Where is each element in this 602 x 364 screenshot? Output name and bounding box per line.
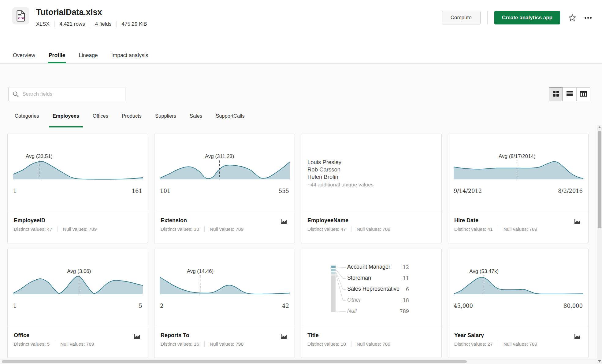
- meta-divider: [117, 21, 117, 27]
- top-value-count: 18: [403, 297, 409, 303]
- list-view-icon: [567, 91, 573, 97]
- card-footer: Hire DateDistinct values: 41Null values:…: [448, 212, 588, 237]
- horizontal-scrollbar: [0, 359, 597, 364]
- sample-value: Louis Presley: [307, 159, 435, 166]
- field-name: Year Salary: [454, 332, 582, 339]
- table-tab-categories[interactable]: Categories: [15, 113, 39, 127]
- favorite-star-icon[interactable]: [568, 14, 576, 22]
- null-values-text: Null values: 789: [504, 226, 537, 232]
- additional-values-note: +44 additional unique values: [307, 182, 435, 188]
- area-chart-icon: [133, 333, 140, 341]
- footer-meta-divider: [204, 341, 205, 347]
- view-toggle-group: [549, 87, 590, 101]
- tab-overview[interactable]: Overview: [13, 52, 35, 63]
- search-fields-box: [8, 87, 125, 101]
- card-footer: Year SalaryDistinct values: 27Null value…: [448, 327, 588, 352]
- distinct-values-text: Distinct values: 16: [161, 341, 199, 347]
- distinct-values-text: Distinct values: 47: [307, 226, 346, 232]
- page-title: TutorialData.xlsx: [36, 7, 147, 17]
- field-name: Hire Date: [454, 217, 582, 224]
- compute-button[interactable]: Compute: [442, 11, 481, 24]
- top-value-label: Storeman: [347, 275, 371, 281]
- card-footer: OfficeDistinct values: 5Null values: 789: [8, 327, 148, 352]
- more-options-icon[interactable]: [585, 17, 592, 19]
- field-card-year-salary[interactable]: Avg (53.47k)45,00080,000Year SalaryDisti…: [448, 249, 589, 358]
- file-meta-1: 4,421 rows: [59, 21, 85, 27]
- card-footer: Reports ToDistinct values: 16Null values…: [154, 327, 295, 352]
- top-value-label: Sales Representative: [347, 286, 399, 292]
- card-chart-area: Avg (3.06)15: [8, 249, 148, 327]
- table-tab-sales[interactable]: Sales: [190, 113, 202, 127]
- card-chart-area: Avg (53.47k)45,00080,000: [448, 249, 588, 327]
- sample-value: Rob Carsson: [307, 166, 435, 173]
- null-values-text: Null values: 790: [210, 341, 243, 347]
- card-chart-area: Account Manager12Storeman11Sales Represe…: [301, 249, 441, 327]
- scroll-down-arrow-icon[interactable]: [598, 360, 601, 362]
- footer-meta-divider: [351, 341, 351, 347]
- footer-meta-divider: [498, 341, 498, 347]
- meta-divider: [90, 21, 90, 27]
- field-name: Office: [14, 332, 142, 339]
- top-value-count: 789: [399, 308, 409, 314]
- field-card-title[interactable]: Account Manager12Storeman11Sales Represe…: [301, 249, 442, 358]
- distinct-values-text: Distinct values: 10: [307, 341, 346, 347]
- axis-min-label: 101: [160, 188, 170, 194]
- null-values-text: Null values: 789: [63, 226, 97, 232]
- axis-min-label: 1: [13, 303, 17, 309]
- distinct-values-text: Distinct values: 47: [14, 226, 52, 232]
- field-card-extension[interactable]: Avg (311.23)101555ExtensionDistinct valu…: [154, 134, 295, 243]
- card-chart-area: Avg (8/17/2014)9/14/20128/2/2016: [448, 134, 588, 212]
- card-chart-area: Avg (14.46)242: [154, 249, 295, 327]
- footer-meta-divider: [351, 226, 351, 232]
- axis-max-label: 8/2/2016: [558, 188, 583, 194]
- actions-divider: [487, 11, 488, 24]
- table-tab-suppliers[interactable]: Suppliers: [155, 113, 176, 127]
- card-chart-area: Avg (33.51)1161: [8, 134, 148, 212]
- area-chart-icon: [574, 219, 581, 226]
- grid-view-toggle[interactable]: [549, 87, 563, 101]
- top-value-label: Other: [347, 297, 361, 303]
- field-card-hire-date[interactable]: Avg (8/17/2014)9/14/20128/2/2016Hire Dat…: [448, 134, 589, 243]
- tab-impact-analysis[interactable]: Impact analysis: [111, 52, 148, 63]
- top-value-label: Account Manager: [347, 264, 390, 270]
- scroll-up-arrow-icon[interactable]: [598, 126, 601, 128]
- axis-max-label: 5: [139, 303, 142, 309]
- area-chart-icon: [574, 333, 581, 341]
- table-tab-supportcalls[interactable]: SupportCalls: [216, 113, 244, 127]
- file-meta-row: XLSX4,421 rows4 fields475.29 KiB: [36, 21, 147, 27]
- sample-values: Louis PresleyRob CarssonHelen Brolin+44 …: [301, 134, 441, 188]
- tab-lineage[interactable]: Lineage: [79, 52, 98, 63]
- distinct-values-text: Distinct values: 5: [14, 341, 50, 347]
- null-values-text: Null values: 789: [357, 226, 390, 232]
- grid-view-icon: [553, 91, 559, 97]
- create-analytics-app-button[interactable]: Create analytics app: [494, 11, 560, 24]
- axis-min-label: 1: [13, 188, 17, 194]
- avg-value-label: Avg (53.47k): [469, 268, 499, 274]
- table-tab-employees[interactable]: Employees: [53, 113, 79, 127]
- card-chart-area: Louis PresleyRob CarssonHelen Brolin+44 …: [301, 134, 441, 212]
- horizontal-scrollbar-thumb[interactable]: [2, 360, 467, 363]
- search-icon: [13, 91, 19, 97]
- vertical-scrollbar-thumb[interactable]: [598, 131, 601, 228]
- table-tab-products[interactable]: Products: [122, 113, 142, 127]
- distinct-values-text: Distinct values: 27: [454, 341, 493, 347]
- field-name: EmployeeID: [14, 217, 142, 224]
- null-values-text: Null values: 789: [210, 226, 243, 232]
- distinct-values-text: Distinct values: 30: [161, 226, 199, 232]
- field-card-employeeid[interactable]: Avg (33.51)1161EmployeeIDDistinct values…: [7, 134, 148, 243]
- card-footer: ExtensionDistinct values: 30Null values:…: [154, 212, 295, 237]
- page-header: XLSX TutorialData.xlsx XLSX4,421 rows4 f…: [0, 0, 602, 64]
- field-card-office[interactable]: Avg (3.06)15OfficeDistinct values: 5Null…: [7, 249, 148, 358]
- field-card-employeename[interactable]: Louis PresleyRob CarssonHelen Brolin+44 …: [301, 134, 442, 243]
- tab-profile[interactable]: Profile: [49, 52, 65, 63]
- field-card-reports-to[interactable]: Avg (14.46)242Reports ToDistinct values:…: [154, 249, 295, 358]
- nav-tabs: OverviewProfileLineageImpact analysis: [13, 52, 148, 63]
- top-value-count: 12: [403, 264, 409, 270]
- footer-meta-divider: [58, 226, 58, 232]
- search-input[interactable]: [22, 91, 121, 97]
- file-meta-0: XLSX: [36, 21, 49, 27]
- table-view-icon: [580, 91, 587, 97]
- table-tab-offices[interactable]: Offices: [93, 113, 108, 127]
- list-view-toggle[interactable]: [563, 87, 577, 101]
- table-view-toggle[interactable]: [576, 87, 590, 101]
